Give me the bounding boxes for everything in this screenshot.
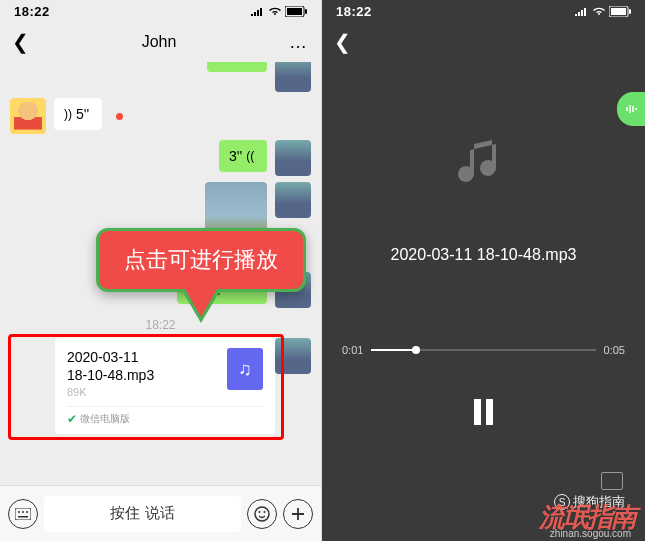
progress-row: 0:01 0:05 [338,344,629,356]
track-name: 2020-03-11 18-10-48.mp3 [338,246,629,264]
svg-rect-7 [18,516,28,518]
keyboard-toggle-button[interactable] [8,499,38,529]
player-controls [338,396,629,428]
music-file-icon: ♫ [227,348,263,390]
signal-icon [250,6,265,16]
plus-icon [291,507,305,521]
svg-point-6 [26,511,28,513]
pause-button[interactable] [468,396,500,428]
emoji-button[interactable] [247,499,277,529]
file-source-text: 微信电脑版 [80,412,130,426]
chat-input-bar: 按住 说话 [0,485,321,541]
chat-timestamp: 18:22 [10,318,311,332]
annotation-callout: 点击可进行播放 [96,228,306,292]
back-icon[interactable]: ❮ [334,30,351,54]
svg-rect-3 [15,508,31,520]
wifi-icon [268,6,282,16]
svg-rect-2 [305,9,307,14]
svg-rect-1 [287,8,302,15]
chat-nav-bar: ❮ John … [0,22,321,62]
add-button[interactable] [283,499,313,529]
player-nav-bar: ❮ [322,22,645,62]
svg-point-10 [264,511,266,513]
file-name-line1: 2020-03-11 [67,348,154,366]
back-icon[interactable]: ❮ [12,30,29,54]
status-icons [574,6,631,17]
keyboard-icon [15,508,31,520]
voice-duration: 5'' [76,106,89,122]
sound-wave-icon: (( [246,149,254,163]
more-icon[interactable]: … [289,32,309,53]
unread-dot [116,113,123,120]
cast-icon[interactable] [601,472,623,490]
wechat-pc-icon: ✔ [67,412,77,426]
voice-input-button[interactable]: 按住 说话 [44,496,241,532]
svg-point-9 [259,511,261,513]
status-bar-right: 18:22 [322,0,645,22]
smile-icon [254,506,270,522]
file-card-top: 2020-03-11 18-10-48.mp3 89K ♫ [67,348,263,398]
message-out-file: 2020-03-11 18-10-48.mp3 89K ♫ ✔ 微信电脑版 [10,338,311,434]
status-time: 18:22 [14,4,50,19]
avatar-out[interactable] [275,62,311,92]
signal-icon [574,6,589,16]
progress-thumb[interactable] [412,346,420,354]
music-note-icon [452,132,516,196]
battery-icon [285,6,307,17]
svg-rect-13 [629,9,631,14]
message-out-voice-1: 3'' (( [10,140,311,176]
pause-bar-left [474,399,481,425]
file-size: 89K [67,386,154,398]
voice-bubble-out[interactable]: 3'' (( [219,140,267,172]
voice-bubble-partial[interactable] [207,62,267,72]
audio-player-screen: 18:22 ❮ 2020-03-11 18-10-48.mp3 0:01 0:0… [322,0,645,541]
status-bar-left: 18:22 [0,0,321,22]
voice-duration: 3'' [229,148,242,164]
time-elapsed: 0:01 [342,344,363,356]
message-in-voice: )) 5'' [10,98,311,134]
progress-fill [371,349,416,351]
chat-title: John [142,33,177,51]
status-icons [250,6,307,17]
svg-point-8 [255,507,269,521]
player-area: 2020-03-11 18-10-48.mp3 0:01 0:05 [322,62,645,540]
file-name-line2: 18-10-48.mp3 [67,366,154,384]
message-out-partial [10,62,311,92]
battery-icon [609,6,631,17]
file-card[interactable]: 2020-03-11 18-10-48.mp3 89K ♫ ✔ 微信电脑版 [55,338,275,434]
svg-point-5 [22,511,24,513]
wifi-icon [592,6,606,16]
pause-bar-right [486,399,493,425]
svg-rect-12 [611,8,626,15]
file-source: ✔ 微信电脑版 [67,406,263,426]
avatar-out[interactable] [275,338,311,374]
avatar-out[interactable] [275,140,311,176]
progress-bar[interactable] [371,349,595,351]
time-total: 0:05 [604,344,625,356]
file-info: 2020-03-11 18-10-48.mp3 89K [67,348,154,398]
svg-point-4 [18,511,20,513]
sound-wave-icon: )) [64,107,72,121]
avatar-in[interactable] [10,98,46,134]
status-time: 18:22 [336,4,372,19]
voice-bubble-in[interactable]: )) 5'' [54,98,102,130]
callout-text: 点击可进行播放 [124,247,278,272]
avatar-out[interactable] [275,182,311,218]
